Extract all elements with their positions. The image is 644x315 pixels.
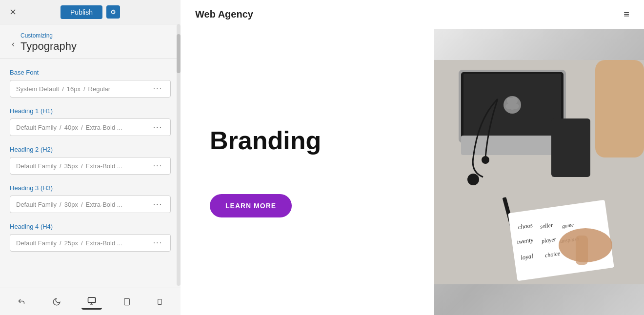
publish-button[interactable]: Publish: [60, 5, 102, 19]
image-section: chaos seller game twenty player unsplash…: [434, 29, 644, 315]
mobile-icon: [157, 297, 163, 307]
learn-more-button[interactable]: LEARN MORE: [210, 194, 292, 217]
back-icon: ‹: [12, 39, 15, 49]
branding-section: Branding LEARN MORE: [181, 29, 434, 315]
more-options-heading3[interactable]: ···: [151, 200, 164, 209]
font-section-heading4: Heading 4 (H4) Default Family / 25px / E…: [10, 223, 171, 252]
tablet-icon: [123, 297, 131, 307]
font-row-base-font[interactable]: System Default / 16px / Regular ···: [10, 80, 171, 98]
preview-panel: Web Agency ≡ Branding LEARN MORE: [181, 0, 644, 315]
font-row-heading2[interactable]: Default Family / 35px / Extra-Bold ... ·…: [10, 157, 171, 175]
tablet-button[interactable]: [118, 294, 136, 310]
hamburger-icon: ≡: [624, 9, 629, 20]
desktop-icon: [86, 296, 97, 305]
section-label-heading4: Heading 4 (H4): [10, 223, 171, 230]
settings-button[interactable]: ⚙: [106, 5, 120, 19]
font-section-heading2: Heading 2 (H2) Default Family / 35px / E…: [10, 146, 171, 175]
more-options-heading2[interactable]: ···: [151, 161, 164, 170]
font-row-heading3[interactable]: Default Family / 30px / Extra-Bold ... ·…: [10, 196, 171, 213]
page-title: Typography: [20, 40, 77, 53]
font-section-base-font: Base Font System Default / 16px / Regula…: [10, 69, 171, 98]
svg-rect-26: [595, 60, 644, 158]
font-row-heading1[interactable]: Default Family / 40px / Extra-Bold ... ·…: [10, 118, 171, 136]
desktop-button[interactable]: [81, 294, 102, 310]
section-label-heading3: Heading 3 (H3): [10, 184, 171, 192]
svg-rect-3: [158, 299, 161, 304]
svg-point-12: [467, 174, 479, 185]
site-title: Web Agency: [195, 9, 253, 20]
typography-content: Base Font System Default / 16px / Regula…: [0, 59, 181, 288]
settings-icon: ⚙: [110, 8, 116, 16]
preview-content: Branding LEARN MORE: [181, 29, 644, 315]
scrollbar-thumb: [177, 34, 181, 73]
svg-rect-11: [551, 118, 590, 177]
close-button[interactable]: ✕: [6, 5, 20, 19]
section-label-base-font: Base Font: [10, 69, 171, 76]
scrollbar[interactable]: [177, 24, 181, 286]
more-options-base-font[interactable]: ···: [151, 84, 164, 93]
customizing-label: Customizing: [20, 32, 77, 39]
dark-mode-button[interactable]: [47, 295, 66, 309]
mobile-button[interactable]: [152, 294, 168, 310]
section-label-heading2: Heading 2 (H2): [10, 146, 171, 153]
svg-point-13: [482, 156, 489, 164]
branding-title: Branding: [210, 127, 405, 155]
more-options-heading4[interactable]: ···: [151, 238, 164, 247]
font-section-heading3: Heading 3 (H3) Default Family / 30px / E…: [10, 184, 171, 213]
font-row-heading4[interactable]: Default Family / 25px / Extra-Bold ... ·…: [10, 234, 171, 252]
preview-image: chaos seller game twenty player unsplash…: [434, 29, 644, 315]
font-section-heading1: Heading 1 (H1) Default Family / 40px / E…: [10, 107, 171, 136]
svg-rect-25: [576, 236, 588, 265]
section-label-heading1: Heading 1 (H1): [10, 107, 171, 115]
branding-image-svg: chaos seller game twenty player unsplash…: [434, 29, 644, 315]
back-button[interactable]: ‹: [10, 39, 17, 49]
top-bar: ✕ Publish ⚙: [0, 0, 181, 24]
more-options-heading1[interactable]: ···: [151, 123, 164, 132]
undo-button[interactable]: [13, 295, 31, 309]
svg-rect-1: [124, 298, 130, 305]
dark-mode-icon: [52, 297, 61, 306]
undo-icon: [18, 297, 26, 306]
bottom-bar: [0, 288, 181, 315]
left-panel: ✕ Publish ⚙ ‹ Customizing Typography Bas…: [0, 0, 181, 315]
customizing-header: ‹ Customizing Typography: [0, 24, 181, 59]
svg-rect-0: [88, 297, 96, 303]
preview-nav: Web Agency ≡: [181, 0, 644, 29]
